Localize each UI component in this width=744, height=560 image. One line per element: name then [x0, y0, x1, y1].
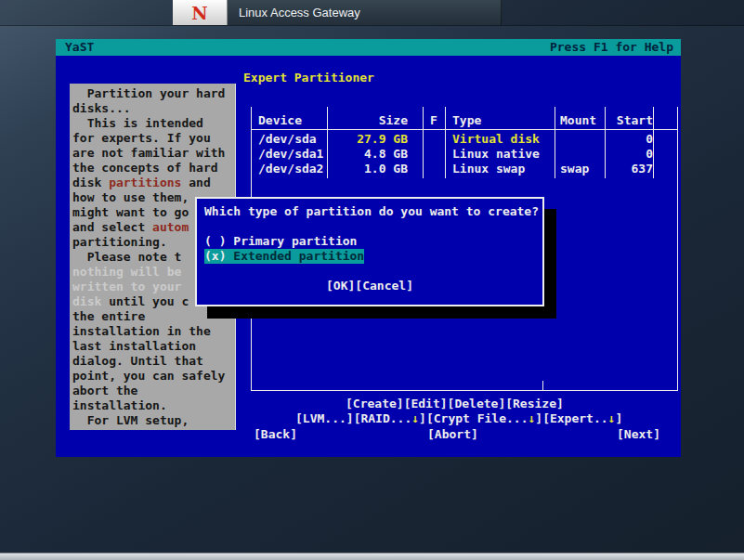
- table-cell: 1.0 GB: [331, 162, 415, 176]
- help-text-line: the concepts of hard: [72, 161, 235, 176]
- partition-action-buttons: [Create][Edit][Delete][Resize]: [346, 397, 564, 411]
- column-header-mount[interactable]: Mount: [560, 113, 596, 128]
- table-border-right: [677, 107, 678, 391]
- create-button[interactable]: [Create]: [346, 397, 404, 410]
- window-title: Linux Access Gateway: [239, 6, 360, 20]
- radio-extended-partition[interactable]: (x) Extended partition: [204, 249, 364, 264]
- table-cell: /dev/sda1: [258, 147, 323, 162]
- column-header-device[interactable]: Device: [258, 113, 302, 128]
- table-row[interactable]: /dev/sda21.0 GBLinux swapswap637: [252, 162, 677, 176]
- table-cell: Linux native: [452, 147, 540, 162]
- radio-label: Primary partition: [233, 234, 357, 248]
- next-button[interactable]: [Next]: [617, 427, 660, 442]
- help-text-line: This is intended: [72, 116, 235, 131]
- statusbar: YaST Press F1 for Help: [56, 39, 681, 56]
- column-header-start[interactable]: Start: [609, 113, 653, 128]
- statusbar-help-hint: Press F1 for Help: [550, 39, 673, 56]
- back-button[interactable]: [Back]: [254, 427, 297, 442]
- help-text-line: last installation: [72, 339, 235, 354]
- help-text-line: are not familiar with: [72, 146, 235, 161]
- column-header-f[interactable]: F: [430, 113, 437, 128]
- column-header-type[interactable]: Type: [452, 113, 481, 128]
- advanced-action-buttons: [LVM...][RAID...↓][Crypt File...↓][Exper…: [295, 411, 622, 426]
- help-text-line: Partition your hard: [72, 86, 235, 101]
- edit-button[interactable]: [Edit]: [404, 397, 448, 410]
- window-title-tab[interactable]: Linux Access Gateway: [228, 0, 502, 25]
- table-cell: 4.8 GB: [331, 147, 415, 162]
- help-text-line: installation.: [72, 398, 235, 413]
- table-cell: 0: [609, 132, 653, 147]
- radio-primary-partition[interactable]: ( ) Primary partition: [204, 234, 357, 249]
- table-cell: /dev/sda: [258, 132, 317, 147]
- novell-tab[interactable]: N: [173, 0, 228, 25]
- radio-label: Extended partition: [233, 249, 364, 263]
- cancel-button[interactable]: [Cancel]: [355, 279, 413, 293]
- table-cell: /dev/sda2: [258, 162, 323, 176]
- raid-button[interactable]: [RAID...↓]: [354, 411, 426, 425]
- help-text-line: disks...: [72, 101, 235, 116]
- table-cell: Virtual disk: [452, 132, 540, 147]
- help-text-line: dialog. Until that: [72, 354, 235, 369]
- partition-type-dialog: Which type of partition do you want to c…: [195, 197, 544, 306]
- table-border-bottom: [251, 390, 678, 391]
- help-text-line: abort the: [72, 384, 235, 398]
- radio-mark: ( ): [204, 234, 233, 248]
- dialog-buttons: [OK][Cancel]: [197, 279, 542, 293]
- table-cell: 637: [609, 162, 653, 176]
- table-row[interactable]: /dev/sda14.8 GBLinux native0: [252, 147, 677, 162]
- radio-mark: (x): [204, 249, 233, 263]
- expert-button[interactable]: [Expert..↓]: [542, 411, 622, 425]
- abort-button[interactable]: [Abort]: [427, 427, 478, 442]
- novell-logo-icon: N: [191, 3, 207, 23]
- ok-button[interactable]: [OK]: [326, 279, 355, 293]
- crypt-file-button[interactable]: [Crypt File...↓]: [426, 411, 542, 425]
- help-text-line: installation in the: [72, 324, 235, 339]
- page-title: Expert Partitioner: [243, 71, 374, 85]
- dialog-question: Which type of partition do you want to c…: [204, 204, 539, 219]
- table-cell: 0: [609, 147, 653, 162]
- yast-terminal-screen: YaST Press F1 for Help Expert Partitione…: [56, 39, 681, 457]
- column-header-size[interactable]: Size: [331, 113, 415, 128]
- resize-button[interactable]: [Resize]: [505, 397, 564, 410]
- table-cell: swap: [560, 162, 589, 176]
- window-tab-bar: N Linux Access Gateway: [0, 0, 744, 26]
- help-text-line: For LVM setup,: [72, 413, 235, 428]
- table-header-underline: [252, 129, 677, 130]
- help-text-line: disk partitions and: [72, 176, 235, 190]
- help-text-line: point, you can safely: [72, 369, 235, 384]
- table-row[interactable]: /dev/sda27.9 GBVirtual disk0: [252, 132, 677, 147]
- table-border-tick: [542, 381, 543, 390]
- statusbar-app-name: YaST: [65, 39, 94, 56]
- table-cell: 27.9 GB: [331, 132, 415, 147]
- lvm-button[interactable]: [LVM...]: [295, 411, 354, 425]
- delete-button[interactable]: [Delete]: [448, 397, 506, 410]
- help-text-line: for experts. If you: [72, 131, 235, 146]
- taskbar-edge: [0, 553, 744, 560]
- table-cell: Linux swap: [452, 162, 525, 176]
